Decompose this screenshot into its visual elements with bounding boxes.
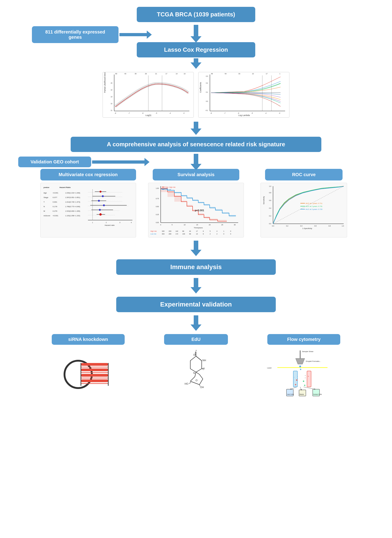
svg-text:pvalue: pvalue — [43, 186, 49, 188]
svg-text:0.176: 0.176 — [53, 205, 57, 208]
svg-text:35: 35 — [135, 73, 136, 74]
svg-text:0.8: 0.8 — [328, 225, 331, 227]
svg-text:0.4: 0.4 — [269, 207, 271, 209]
svg-text:-4: -4 — [169, 112, 171, 114]
roc-box: ROC curve — [265, 169, 343, 181]
svg-text:Waste: Waste — [299, 394, 304, 395]
svg-text:risScore: risScore — [43, 215, 50, 217]
svg-text:-: - — [294, 376, 294, 378]
validation-box: Validation GEO cohort — [18, 157, 91, 167]
svg-text:20: 20 — [209, 224, 210, 226]
svg-line-208 — [291, 387, 297, 389]
svg-text:10: 10 — [184, 224, 186, 226]
svg-text:203: 203 — [169, 230, 171, 232]
flow-illustration: Sample Straw Droplet Formatio... Laser -… — [249, 349, 355, 399]
svg-text:100: 100 — [182, 233, 185, 235]
svg-text:1.033(1.019~1.048): 1.033(1.019~1.048) — [65, 192, 80, 194]
svg-rect-162 — [81, 367, 108, 367]
svg-text:1.00: 1.00 — [156, 188, 159, 189]
sirna-svg — [58, 349, 121, 395]
svg-text:0: 0 — [223, 233, 224, 235]
flow-svg: Sample Straw Droplet Formatio... Laser -… — [264, 349, 341, 399]
svg-text:5: 5 — [210, 230, 210, 232]
svg-text:-8: -8 — [115, 112, 116, 114]
svg-text:1.014(0.749~1.373): 1.014(0.749~1.373) — [65, 201, 80, 203]
flow-col: Flow cytometry — [252, 334, 355, 345]
svg-text:NH: NH — [202, 359, 206, 362]
svg-text:Partial Likelihood Deviance: Partial Likelihood Deviance — [104, 72, 106, 93]
svg-text:p<0.001: p<0.001 — [195, 209, 204, 212]
svg-text:3: 3 — [119, 222, 120, 223]
svg-text:304: 304 — [162, 233, 164, 235]
svg-text:T: T — [43, 201, 45, 203]
svg-marker-188 — [296, 358, 305, 364]
svg-text:-6: -6 — [142, 112, 143, 114]
svg-text:1.515(0.693~1.335): 1.515(0.693~1.335) — [65, 210, 80, 212]
svg-text:0.4: 0.4 — [300, 225, 303, 227]
svg-text:88: 88 — [182, 230, 184, 232]
svg-text:N: N — [193, 372, 195, 374]
svg-text:+: + — [305, 375, 306, 377]
svg-text:AUC at 3 years: 0.720: AUC at 3 years: 0.720 — [306, 208, 322, 210]
arrow-to-methods — [191, 315, 201, 331]
svg-text:-4: -4 — [265, 112, 266, 114]
lasso-charts: Partial Likelihood Deviance Log(λ) 80 40… — [93, 72, 299, 118]
svg-text:1: 1 — [280, 73, 280, 74]
arrow-after-lasso — [191, 58, 201, 69]
svg-rect-193 — [307, 371, 311, 387]
lasso-coef-chart: Coefficients Log Lambda 96 54 33 22 17 1 — [198, 72, 289, 118]
edu-illustration: ≡ NH O O N O HO OH — [143, 349, 249, 399]
lasso-cv-svg: Partial Likelihood Deviance Log(λ) 80 40… — [103, 72, 194, 118]
svg-text:<0.001: <0.001 — [53, 192, 58, 194]
main-down-arrow-1 — [191, 24, 201, 43]
svg-text:0.0: 0.0 — [272, 225, 274, 227]
svg-text:High risk: High risk — [150, 230, 157, 232]
svg-text:AUC at 2 years: 0.731: AUC at 2 years: 0.731 — [306, 205, 322, 207]
svg-point-201 — [304, 385, 305, 386]
svg-text:Hazard ratio: Hazard ratio — [105, 224, 115, 226]
svg-text:17: 17 — [196, 230, 198, 232]
comprehensive-section: A comprehensive analysis of senescence r… — [9, 137, 383, 152]
svg-text:O: O — [196, 379, 198, 382]
svg-rect-166 — [81, 378, 108, 379]
svg-text:14: 14 — [111, 89, 112, 91]
svg-text:Droplet Formatio...: Droplet Formatio... — [306, 360, 321, 362]
lasso-cv-chart: Partial Likelihood Deviance Log(λ) 80 40… — [103, 72, 194, 118]
svg-rect-95 — [162, 187, 164, 188]
svg-text:AUC at 1 years: 0.711: AUC at 1 years: 0.711 — [306, 202, 322, 204]
svg-point-61 — [102, 195, 104, 197]
svg-point-200 — [295, 384, 296, 385]
svg-text:0.00: 0.00 — [156, 222, 159, 223]
svg-text:-6: -6 — [238, 112, 239, 114]
svg-text:HO: HO — [185, 382, 188, 385]
svg-text:4: 4 — [131, 222, 132, 223]
lasso-coef-svg: Coefficients Log Lambda 96 54 33 22 17 1 — [199, 72, 289, 118]
roc-svg: AUC at 1 years: 0.711 AUC at 2 years: 0.… — [262, 184, 346, 237]
lasso-box: Lasso Cox Regression — [137, 42, 255, 57]
svg-text:+: + — [305, 377, 306, 379]
svg-text:0.8: 0.8 — [269, 192, 271, 194]
km-chart: Risk: High risk Low risk p<0.001 0.00 0 — [148, 183, 244, 237]
validation-arrow-row: Validation GEO cohort — [9, 153, 383, 169]
svg-text:-: - — [297, 377, 298, 379]
svg-text:21: 21 — [155, 73, 157, 74]
svg-text:1: 1 — [223, 230, 224, 232]
svg-text:28: 28 — [145, 73, 147, 74]
svg-text:2: 2 — [106, 222, 107, 223]
svg-text:80: 80 — [115, 73, 117, 74]
svg-point-73 — [103, 204, 105, 206]
svg-text:Log(λ): Log(λ) — [145, 114, 151, 116]
svg-text:68: 68 — [189, 233, 191, 235]
svg-text:172: 172 — [176, 233, 178, 235]
deg-arrow-row: 811 differentially expressed genes — [9, 24, 383, 42]
svg-text:0.50: 0.50 — [156, 206, 159, 207]
svg-text:Stage: Stage — [43, 196, 48, 199]
svg-text:0.077: 0.077 — [53, 196, 57, 199]
svg-text:Log Lambda: Log Lambda — [238, 114, 250, 116]
forest-svg: pvalue Hazard Ratio Age <0.001 1.033(1.0… — [42, 185, 135, 236]
multivariate-box: Multivariate cox regression — [40, 169, 136, 181]
km-svg: Risk: High risk Low risk p<0.001 0.00 0 — [149, 184, 243, 237]
validation-arrow — [92, 158, 149, 166]
svg-rect-168 — [81, 383, 108, 384]
svg-text:-7: -7 — [128, 112, 130, 114]
